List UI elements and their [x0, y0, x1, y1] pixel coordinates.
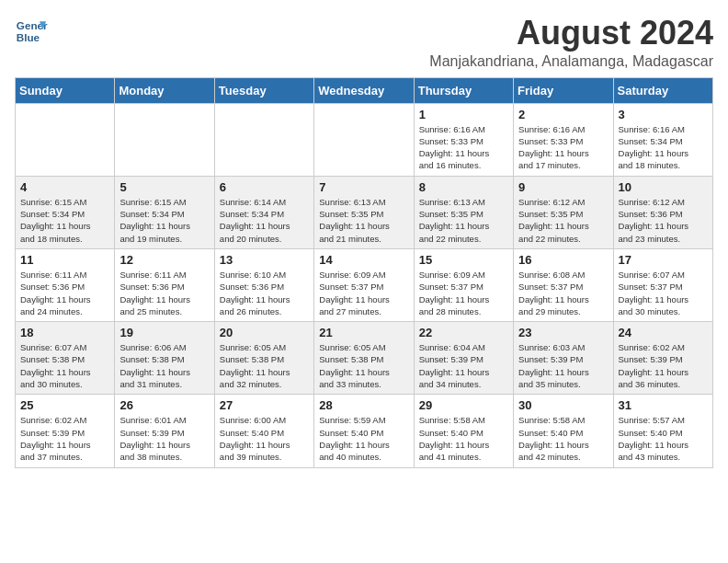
day-info: Sunrise: 6:03 AM Sunset: 5:39 PM Dayligh…	[518, 341, 608, 390]
day-number: 5	[119, 180, 209, 194]
day-info: Sunrise: 6:07 AM Sunset: 5:37 PM Dayligh…	[619, 269, 708, 317]
calendar-cell	[16, 103, 115, 176]
svg-text:Blue: Blue	[17, 31, 40, 43]
day-number: 8	[419, 180, 508, 194]
day-info: Sunrise: 6:00 AM Sunset: 5:40 PM Dayligh…	[220, 414, 309, 463]
day-number: 4	[20, 180, 109, 194]
calendar-week-row: 11Sunrise: 6:11 AM Sunset: 5:36 PM Dayli…	[16, 248, 713, 321]
day-info: Sunrise: 6:16 AM Sunset: 5:34 PM Dayligh…	[619, 123, 708, 172]
calendar-cell: 25Sunrise: 6:02 AM Sunset: 5:39 PM Dayli…	[16, 395, 115, 467]
calendar-cell: 15Sunrise: 6:09 AM Sunset: 5:37 PM Dayli…	[414, 248, 513, 321]
page-header: General Blue August 2024 Manjakandriana,…	[15, 15, 713, 70]
calendar-cell: 19Sunrise: 6:06 AM Sunset: 5:38 PM Dayli…	[115, 322, 214, 395]
weekday-header-wednesday: Wednesday	[314, 77, 414, 103]
calendar-cell: 2Sunrise: 6:16 AM Sunset: 5:33 PM Daylig…	[514, 103, 613, 176]
day-info: Sunrise: 5:58 AM Sunset: 5:40 PM Dayligh…	[518, 414, 608, 463]
day-number: 27	[220, 398, 309, 412]
day-number: 30	[518, 398, 608, 412]
calendar-cell: 8Sunrise: 6:13 AM Sunset: 5:35 PM Daylig…	[414, 176, 513, 248]
calendar-cell: 4Sunrise: 6:15 AM Sunset: 5:34 PM Daylig…	[16, 176, 115, 248]
day-info: Sunrise: 6:02 AM Sunset: 5:39 PM Dayligh…	[619, 341, 708, 390]
day-number: 20	[220, 326, 309, 339]
calendar-cell: 28Sunrise: 5:59 AM Sunset: 5:40 PM Dayli…	[314, 395, 414, 467]
calendar-cell	[314, 103, 414, 176]
calendar-week-row: 4Sunrise: 6:15 AM Sunset: 5:34 PM Daylig…	[16, 176, 713, 248]
day-number: 9	[518, 180, 608, 194]
day-info: Sunrise: 6:10 AM Sunset: 5:36 PM Dayligh…	[220, 269, 309, 317]
day-number: 7	[319, 180, 408, 194]
calendar-cell: 11Sunrise: 6:11 AM Sunset: 5:36 PM Dayli…	[16, 248, 115, 321]
day-number: 16	[518, 253, 608, 267]
day-number: 24	[619, 326, 708, 339]
day-info: Sunrise: 5:57 AM Sunset: 5:40 PM Dayligh…	[619, 414, 708, 463]
day-info: Sunrise: 6:11 AM Sunset: 5:36 PM Dayligh…	[20, 269, 109, 317]
calendar-cell: 10Sunrise: 6:12 AM Sunset: 5:36 PM Dayli…	[613, 176, 712, 248]
logo: General Blue	[15, 15, 48, 48]
day-info: Sunrise: 6:04 AM Sunset: 5:39 PM Dayligh…	[419, 341, 508, 390]
weekday-header-tuesday: Tuesday	[214, 77, 313, 103]
calendar-cell: 20Sunrise: 6:05 AM Sunset: 5:38 PM Dayli…	[214, 322, 313, 395]
calendar-cell: 22Sunrise: 6:04 AM Sunset: 5:39 PM Dayli…	[414, 322, 513, 395]
day-number: 29	[419, 398, 508, 412]
day-info: Sunrise: 6:15 AM Sunset: 5:34 PM Dayligh…	[119, 196, 209, 245]
day-info: Sunrise: 6:09 AM Sunset: 5:37 PM Dayligh…	[419, 269, 508, 317]
weekday-header-thursday: Thursday	[414, 77, 513, 103]
day-number: 17	[619, 253, 708, 267]
calendar-cell: 3Sunrise: 6:16 AM Sunset: 5:34 PM Daylig…	[613, 103, 712, 176]
day-info: Sunrise: 6:06 AM Sunset: 5:38 PM Dayligh…	[119, 341, 209, 390]
day-number: 14	[319, 253, 408, 267]
day-info: Sunrise: 6:02 AM Sunset: 5:39 PM Dayligh…	[20, 414, 109, 463]
calendar-cell: 23Sunrise: 6:03 AM Sunset: 5:39 PM Dayli…	[514, 322, 613, 395]
calendar-week-row: 1Sunrise: 6:16 AM Sunset: 5:33 PM Daylig…	[16, 103, 713, 176]
day-number: 12	[119, 253, 209, 267]
day-info: Sunrise: 6:13 AM Sunset: 5:35 PM Dayligh…	[319, 196, 408, 245]
calendar-week-row: 18Sunrise: 6:07 AM Sunset: 5:38 PM Dayli…	[16, 322, 713, 395]
day-info: Sunrise: 6:15 AM Sunset: 5:34 PM Dayligh…	[20, 196, 109, 245]
calendar-cell: 21Sunrise: 6:05 AM Sunset: 5:38 PM Dayli…	[314, 322, 414, 395]
day-info: Sunrise: 6:05 AM Sunset: 5:38 PM Dayligh…	[319, 341, 408, 390]
day-number: 26	[119, 398, 209, 412]
day-number: 2	[518, 108, 608, 121]
day-number: 18	[20, 326, 109, 339]
day-number: 1	[419, 108, 508, 121]
day-info: Sunrise: 6:16 AM Sunset: 5:33 PM Dayligh…	[419, 123, 508, 172]
location-subtitle: Manjakandriana, Analamanga, Madagascar	[429, 53, 713, 70]
day-number: 19	[119, 326, 209, 339]
calendar-cell: 7Sunrise: 6:13 AM Sunset: 5:35 PM Daylig…	[314, 176, 414, 248]
day-info: Sunrise: 5:58 AM Sunset: 5:40 PM Dayligh…	[419, 414, 508, 463]
weekday-header-friday: Friday	[514, 77, 613, 103]
calendar-cell: 12Sunrise: 6:11 AM Sunset: 5:36 PM Dayli…	[115, 248, 214, 321]
calendar-cell: 27Sunrise: 6:00 AM Sunset: 5:40 PM Dayli…	[214, 395, 313, 467]
day-info: Sunrise: 6:08 AM Sunset: 5:37 PM Dayligh…	[518, 269, 608, 317]
day-number: 25	[20, 398, 109, 412]
calendar-cell	[214, 103, 313, 176]
calendar-cell: 31Sunrise: 5:57 AM Sunset: 5:40 PM Dayli…	[613, 395, 712, 467]
day-info: Sunrise: 5:59 AM Sunset: 5:40 PM Dayligh…	[319, 414, 408, 463]
calendar-table: SundayMondayTuesdayWednesdayThursdayFrid…	[15, 77, 713, 468]
calendar-cell: 9Sunrise: 6:12 AM Sunset: 5:35 PM Daylig…	[514, 176, 613, 248]
day-info: Sunrise: 6:16 AM Sunset: 5:33 PM Dayligh…	[518, 123, 608, 172]
day-info: Sunrise: 6:13 AM Sunset: 5:35 PM Dayligh…	[419, 196, 508, 245]
day-info: Sunrise: 6:12 AM Sunset: 5:35 PM Dayligh…	[518, 196, 608, 245]
calendar-cell: 1Sunrise: 6:16 AM Sunset: 5:33 PM Daylig…	[414, 103, 513, 176]
calendar-cell: 26Sunrise: 6:01 AM Sunset: 5:39 PM Dayli…	[115, 395, 214, 467]
day-number: 15	[419, 253, 508, 267]
day-number: 3	[619, 108, 708, 121]
calendar-cell: 13Sunrise: 6:10 AM Sunset: 5:36 PM Dayli…	[214, 248, 313, 321]
calendar-cell: 6Sunrise: 6:14 AM Sunset: 5:34 PM Daylig…	[214, 176, 313, 248]
day-number: 10	[619, 180, 708, 194]
calendar-cell: 14Sunrise: 6:09 AM Sunset: 5:37 PM Dayli…	[314, 248, 414, 321]
day-number: 22	[419, 326, 508, 339]
calendar-week-row: 25Sunrise: 6:02 AM Sunset: 5:39 PM Dayli…	[16, 395, 713, 467]
day-info: Sunrise: 6:09 AM Sunset: 5:37 PM Dayligh…	[319, 269, 408, 317]
day-number: 11	[20, 253, 109, 267]
day-info: Sunrise: 6:14 AM Sunset: 5:34 PM Dayligh…	[220, 196, 309, 245]
day-number: 23	[518, 326, 608, 339]
day-number: 21	[319, 326, 408, 339]
day-number: 6	[220, 180, 309, 194]
day-info: Sunrise: 6:01 AM Sunset: 5:39 PM Dayligh…	[119, 414, 209, 463]
day-info: Sunrise: 6:11 AM Sunset: 5:36 PM Dayligh…	[119, 269, 209, 317]
weekday-header-saturday: Saturday	[613, 77, 712, 103]
calendar-cell	[115, 103, 214, 176]
month-title: August 2024	[429, 15, 713, 52]
